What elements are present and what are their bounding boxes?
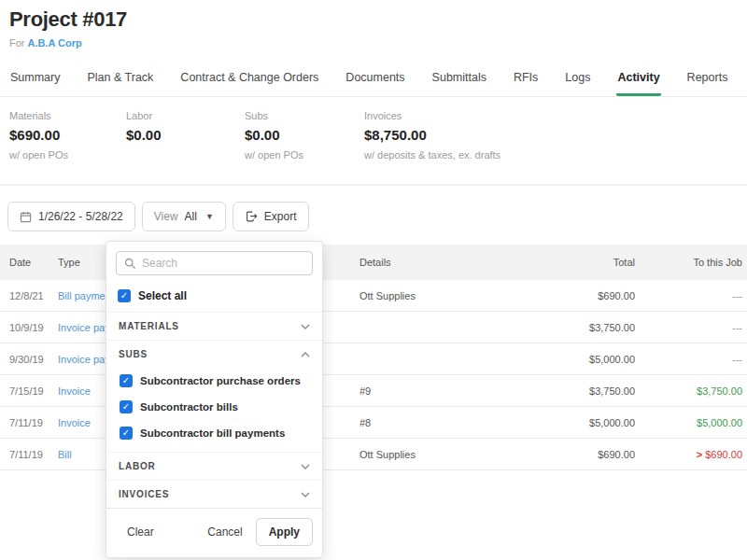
card-note: w/ open POs xyxy=(9,149,126,161)
job-value: $3,750.00 xyxy=(697,385,742,397)
filter-section-labor[interactable]: LABOR xyxy=(106,452,322,480)
calendar-icon xyxy=(20,211,32,223)
apply-button[interactable]: Apply xyxy=(256,518,313,546)
cell-to-this-job: $3,750.00 xyxy=(635,385,742,397)
export-label: Export xyxy=(264,210,297,223)
select-all-row[interactable]: ✓ Select all xyxy=(106,279,322,312)
tab-contract-change-orders[interactable]: Contract & Change Orders xyxy=(179,67,319,96)
section-divider xyxy=(0,184,747,186)
option-checkbox[interactable]: ✓ xyxy=(120,374,133,387)
header-to-this-job: To this Job xyxy=(635,257,742,268)
cell-to-this-job: >$690.00 xyxy=(635,449,742,460)
caret-down-icon: ▼ xyxy=(205,212,214,221)
tab-bar: Summary Plan & Track Contract & Change O… xyxy=(0,63,747,97)
cell-total: $5,000.00 xyxy=(523,354,635,365)
cell-details: Ott Supplies xyxy=(359,449,523,460)
job-value: --- xyxy=(732,322,742,333)
select-all-checkbox[interactable]: ✓ xyxy=(118,289,131,302)
tab-submittals[interactable]: Submittals xyxy=(431,67,487,96)
select-all-label: Select all xyxy=(138,289,187,302)
option-label: Subcontractor bill payments xyxy=(140,427,285,439)
client-subtitle: ForA.B.A Corp xyxy=(9,37,82,49)
chevron-down-icon xyxy=(301,464,310,469)
filter-search-box[interactable] xyxy=(116,251,313,275)
job-value: --- xyxy=(732,354,742,365)
job-value: --- xyxy=(732,290,742,301)
cell-details: Ott Supplies xyxy=(359,290,523,301)
filter-section-materials[interactable]: MATERIALS xyxy=(106,312,322,340)
cell-date: 7/11/19 xyxy=(9,449,58,460)
tab-plan-track[interactable]: Plan & Track xyxy=(86,67,154,96)
cell-date: 9/30/19 xyxy=(9,354,58,365)
cancel-button[interactable]: Cancel xyxy=(207,525,242,539)
header-date: Date xyxy=(9,257,58,268)
section-label: LABOR xyxy=(119,461,156,471)
card-note: w/ deposits & taxes, ex. drafts xyxy=(364,149,500,161)
activity-toolbar: 1/26/22 - 5/28/22 View All ▼ Export xyxy=(7,202,309,231)
cell-to-this-job: --- xyxy=(635,322,742,333)
view-label: View xyxy=(154,210,178,223)
page-title: Project #017 xyxy=(9,7,127,32)
header-details: Details xyxy=(359,257,523,268)
cell-to-this-job: --- xyxy=(635,290,742,301)
cell-total: $5,000.00 xyxy=(523,417,635,428)
export-button[interactable]: Export xyxy=(233,202,309,231)
card-note: w/ open POs xyxy=(245,149,364,161)
header-total: Total xyxy=(523,257,635,268)
section-label: SUBS xyxy=(119,349,148,359)
summary-card-materials: Materials $690.00 w/ open POs xyxy=(9,110,126,166)
cell-to-this-job: $5,000.00 xyxy=(635,417,742,428)
view-filter-panel: ✓ Select all MATERIALS SUBS ✓ Subcontrac… xyxy=(106,241,323,558)
clear-button[interactable]: Clear xyxy=(118,525,154,539)
client-link[interactable]: A.B.A Corp xyxy=(28,37,82,49)
cell-total: $3,750.00 xyxy=(523,322,635,333)
cell-to-this-job: --- xyxy=(635,354,742,365)
filter-option-sub-bill-payments[interactable]: ✓ Subcontractor bill payments xyxy=(106,420,322,446)
for-label: For xyxy=(9,37,25,49)
export-icon xyxy=(245,210,258,223)
filter-search-input[interactable] xyxy=(142,257,304,270)
cell-date: 12/8/21 xyxy=(9,290,58,301)
summary-card-invoices: Invoices $8,750.00 w/ deposits & taxes, … xyxy=(364,110,500,166)
view-dropdown[interactable]: View All ▼ xyxy=(142,202,226,231)
date-range-label: 1/26/22 - 5/28/22 xyxy=(38,210,123,223)
chevron-down-icon xyxy=(301,324,310,329)
cell-details: #9 xyxy=(359,385,523,397)
cell-total: $690.00 xyxy=(523,290,635,301)
card-label: Invoices xyxy=(364,110,500,121)
option-checkbox[interactable]: ✓ xyxy=(120,400,133,413)
tab-reports[interactable]: Reports xyxy=(686,67,729,96)
job-value: $690.00 xyxy=(705,449,742,460)
view-value: All xyxy=(185,210,197,223)
summary-card-subs: Subs $0.00 w/ open POs xyxy=(245,110,364,166)
cell-date: 10/9/19 xyxy=(9,322,58,333)
expand-chevron-icon[interactable]: > xyxy=(697,449,702,460)
filter-section-invoices[interactable]: INVOICES xyxy=(106,480,322,508)
chevron-down-icon xyxy=(301,492,310,497)
tab-logs[interactable]: Logs xyxy=(564,67,591,96)
option-label: Subcontractor purchase orders xyxy=(140,375,301,386)
card-label: Subs xyxy=(245,110,364,121)
card-label: Labor xyxy=(126,110,245,121)
option-label: Subcontractor bills xyxy=(140,401,238,413)
date-range-button[interactable]: 1/26/22 - 5/28/22 xyxy=(7,202,135,231)
cell-details: #8 xyxy=(359,417,523,428)
filter-option-sub-purchase-orders[interactable]: ✓ Subcontractor purchase orders xyxy=(106,368,322,394)
summary-cards: Materials $690.00 w/ open POs Labor $0.0… xyxy=(9,110,500,166)
option-checkbox[interactable]: ✓ xyxy=(120,427,133,440)
filter-panel-footer: Clear Cancel Apply xyxy=(106,508,322,557)
tab-activity[interactable]: Activity xyxy=(616,67,660,96)
job-value: $5,000.00 xyxy=(697,417,742,428)
card-value: $690.00 xyxy=(9,127,126,143)
tab-summary[interactable]: Summary xyxy=(9,67,61,96)
tab-documents[interactable]: Documents xyxy=(345,67,405,96)
search-icon xyxy=(124,258,136,270)
card-value: $0.00 xyxy=(126,127,245,143)
cell-date: 7/15/19 xyxy=(9,385,58,397)
summary-card-labor: Labor $0.00 xyxy=(126,110,245,166)
section-label: MATERIALS xyxy=(119,321,179,331)
cell-date: 7/11/19 xyxy=(9,417,58,428)
filter-section-subs[interactable]: SUBS xyxy=(106,340,322,368)
filter-option-sub-bills[interactable]: ✓ Subcontractor bills xyxy=(106,394,322,420)
tab-rfis[interactable]: RFIs xyxy=(513,67,539,96)
